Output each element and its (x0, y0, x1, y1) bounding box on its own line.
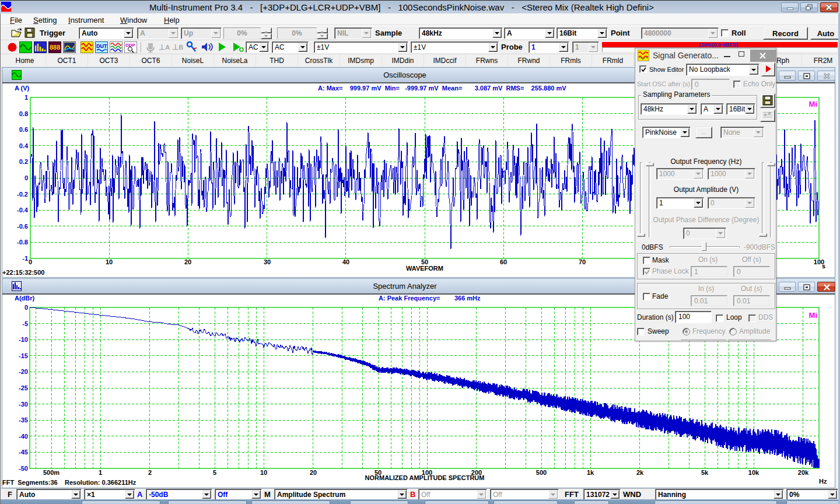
svg-text:-20: -20 (19, 368, 28, 375)
svg-text:-10: -10 (19, 336, 28, 343)
svg-text:500m: 500m (43, 469, 60, 476)
svg-text:-40: -40 (19, 433, 28, 440)
svg-text:NORMALIZED AMPLITUDE SPECTRUM: NORMALIZED AMPLITUDE SPECTRUM (365, 474, 485, 481)
svg-text:20: 20 (310, 469, 317, 476)
svg-text:-15: -15 (19, 352, 28, 359)
svg-text:2: 2 (148, 469, 152, 476)
svg-text:5: 5 (213, 469, 216, 476)
svg-text:10: 10 (260, 469, 267, 476)
svg-text:0: 0 (24, 304, 28, 311)
svg-text:-5: -5 (22, 320, 28, 327)
svg-text:-50: -50 (19, 465, 28, 472)
svg-text:1: 1 (99, 469, 102, 476)
svg-text:-35: -35 (19, 416, 28, 424)
svg-text:Hz: Hz (819, 478, 827, 485)
svg-text:1k: 1k (587, 469, 594, 476)
svg-text:20k: 20k (798, 469, 809, 476)
svg-text:-30: -30 (19, 401, 28, 408)
svg-text:500: 500 (536, 469, 547, 476)
svg-text:-45: -45 (19, 449, 28, 456)
svg-text:FFT Segments:36 Resolution: FFT Segments:36 Resolution: 0.366211Hz (2, 479, 136, 486)
svg-text:5k: 5k (701, 469, 709, 476)
svg-text:-25: -25 (19, 384, 28, 391)
svg-text:2k: 2k (636, 469, 644, 476)
svg-text:10k: 10k (748, 469, 760, 476)
svg-text:Mi: Mi (809, 311, 817, 320)
